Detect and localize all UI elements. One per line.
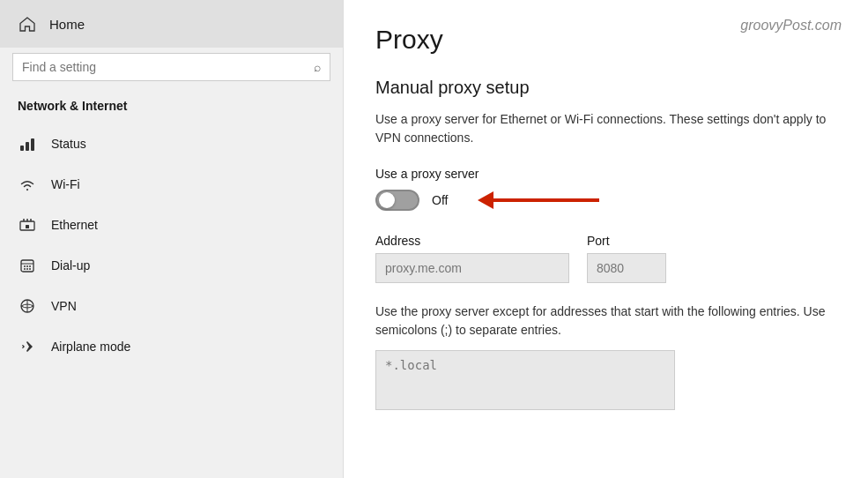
sidebar-item-wifi-label: Wi-Fi xyxy=(51,177,80,191)
home-icon xyxy=(18,14,37,34)
svg-point-12 xyxy=(29,265,31,267)
dialup-icon xyxy=(18,256,37,275)
port-field-group: Port xyxy=(587,234,666,283)
sidebar-item-wifi[interactable]: Wi-Fi xyxy=(0,164,343,205)
address-label: Address xyxy=(375,234,569,248)
sidebar-item-status-label: Status xyxy=(51,137,86,151)
address-input[interactable] xyxy=(375,253,569,283)
section-title: Manual proxy setup xyxy=(375,78,836,98)
svg-point-10 xyxy=(24,265,26,267)
sidebar-item-airplane-label: Airplane mode xyxy=(51,340,130,354)
sidebar-item-vpn[interactable]: VPN xyxy=(0,286,343,326)
proxy-toggle[interactable] xyxy=(375,190,419,211)
exclusions-textarea[interactable] xyxy=(375,350,675,410)
sidebar-home-item[interactable]: Home xyxy=(0,0,343,48)
sidebar-item-dialup-label: Dial-up xyxy=(51,258,90,273)
address-field-group: Address xyxy=(375,234,569,283)
proxy-server-label: Use a proxy server xyxy=(375,167,836,181)
sidebar-item-status[interactable]: Status xyxy=(0,123,343,164)
svg-point-14 xyxy=(26,268,28,270)
svg-rect-7 xyxy=(26,225,29,228)
toggle-state-label: Off xyxy=(432,193,448,207)
search-input[interactable] xyxy=(22,60,307,74)
address-port-row: Address Port xyxy=(375,234,836,283)
sidebar: Home ⌕ Network & Internet Status Wi-Fi xyxy=(0,0,344,478)
svg-rect-2 xyxy=(31,138,34,151)
port-label: Port xyxy=(587,234,666,248)
description-text: Use a proxy server for Ethernet or Wi-Fi… xyxy=(375,110,836,147)
toggle-knob xyxy=(379,192,395,208)
watermark: groovyPost.com xyxy=(740,18,842,34)
wifi-icon xyxy=(18,175,37,194)
search-box[interactable]: ⌕ xyxy=(12,53,330,81)
sidebar-item-ethernet-label: Ethernet xyxy=(51,218,98,232)
port-input[interactable] xyxy=(587,253,666,283)
toggle-row: Off xyxy=(375,190,836,211)
airplane-icon xyxy=(18,337,37,356)
status-icon xyxy=(18,134,37,153)
search-icon: ⌕ xyxy=(314,60,321,74)
sidebar-item-airplane[interactable]: Airplane mode xyxy=(0,326,343,367)
svg-rect-0 xyxy=(20,146,24,151)
section-title: Network & Internet xyxy=(0,95,343,123)
sidebar-item-ethernet[interactable]: Ethernet xyxy=(0,205,343,245)
sidebar-item-vpn-label: VPN xyxy=(51,299,77,313)
home-label: Home xyxy=(49,17,85,32)
arrow-head xyxy=(478,191,493,209)
svg-rect-1 xyxy=(26,142,29,151)
ethernet-icon xyxy=(18,215,37,235)
exclusions-description: Use the proxy server except for addresse… xyxy=(375,302,836,340)
svg-point-15 xyxy=(29,268,31,270)
vpn-icon xyxy=(18,296,37,316)
main-content: groovyPost.com Proxy Manual proxy setup … xyxy=(344,0,868,478)
svg-point-11 xyxy=(26,265,28,267)
sidebar-item-dialup[interactable]: Dial-up xyxy=(0,245,343,286)
arrow-line xyxy=(493,198,599,202)
svg-point-13 xyxy=(24,268,26,270)
arrow-annotation xyxy=(478,191,599,209)
